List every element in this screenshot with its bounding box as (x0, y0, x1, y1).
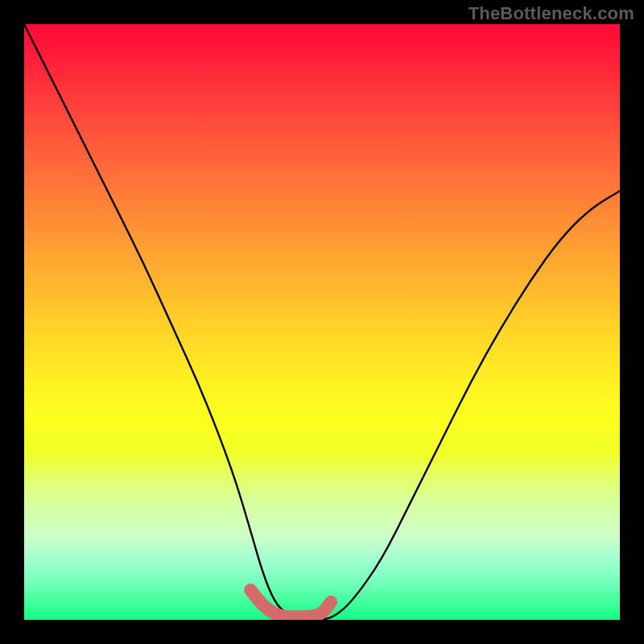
curve-red-flat (250, 590, 331, 617)
curve-black (24, 24, 620, 620)
curve-layer (24, 24, 620, 620)
plot-area (24, 24, 620, 620)
chart-svg (24, 24, 620, 620)
watermark-text: TheBottleneck.com (469, 3, 634, 24)
chart-frame: TheBottleneck.com (0, 0, 644, 644)
